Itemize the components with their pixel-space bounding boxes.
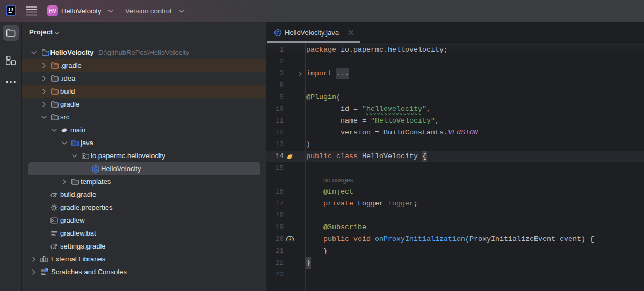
svg-text:C: C bbox=[276, 30, 279, 36]
